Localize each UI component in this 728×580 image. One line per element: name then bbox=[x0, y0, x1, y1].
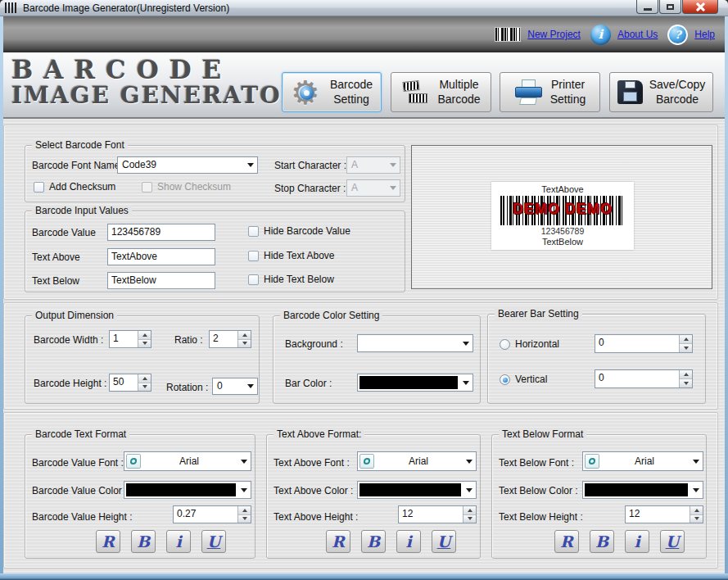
horizontal-radio[interactable] bbox=[500, 339, 510, 350]
title-bar[interactable]: Barcode Image Generator(Unregisterd Vers… bbox=[0, 0, 728, 16]
spin-up-button[interactable] bbox=[138, 331, 151, 339]
format-underline-button[interactable]: U bbox=[432, 530, 456, 553]
text-above-height-spinner[interactable]: 12 bbox=[398, 505, 477, 523]
vertical-bearer-spinner[interactable]: 0 bbox=[595, 369, 693, 388]
barcode-value-font-select[interactable]: Arial bbox=[124, 451, 251, 471]
hide-text-below-checkbox[interactable] bbox=[248, 274, 259, 285]
vertical-radio[interactable] bbox=[500, 374, 510, 385]
text-below-height-spinner[interactable]: 12 bbox=[625, 505, 703, 523]
new-project-label[interactable]: New Project bbox=[527, 29, 581, 40]
preview-text-above: TextAbove bbox=[541, 184, 583, 195]
format-italic-button[interactable]: i bbox=[625, 530, 649, 553]
about-us-label[interactable]: About Us bbox=[617, 29, 658, 40]
format-bold-button[interactable]: B bbox=[361, 530, 386, 553]
hide-barcode-value-checkbox[interactable] bbox=[248, 226, 259, 237]
text-above-height-value[interactable]: 12 bbox=[399, 506, 463, 523]
text-above-font-select[interactable]: Arial bbox=[357, 451, 477, 471]
spin-up-button[interactable] bbox=[680, 370, 692, 378]
barcode-height-value[interactable]: 50 bbox=[110, 374, 138, 391]
barcode-value-font-label: Barcode Value Font : bbox=[32, 457, 124, 469]
spin-down-button[interactable] bbox=[138, 383, 151, 392]
ratio-value[interactable]: 2 bbox=[210, 331, 237, 347]
barcode-font-name-select[interactable]: Code39 bbox=[117, 156, 258, 174]
text-below-format-buttons: R B i U bbox=[554, 530, 685, 553]
format-bold-button[interactable]: B bbox=[131, 530, 156, 553]
input-values-group-title: Barcode Input Values bbox=[32, 205, 132, 216]
text-below-height-value[interactable]: 12 bbox=[626, 506, 690, 523]
show-checksum-label: Show Checksum bbox=[157, 181, 231, 193]
chevron-down-icon[interactable] bbox=[690, 452, 703, 470]
font-preview-icon bbox=[126, 454, 141, 469]
spin-up-button[interactable] bbox=[680, 335, 692, 343]
window-left-border bbox=[0, 16, 3, 580]
spin-down-button[interactable] bbox=[690, 514, 703, 523]
toolbar: New Project i About Us ? Help bbox=[0, 16, 728, 52]
spin-down-button[interactable] bbox=[680, 343, 692, 352]
text-above-color-select[interactable] bbox=[357, 481, 477, 499]
text-above-input[interactable]: TextAbove bbox=[107, 248, 215, 265]
format-underline-button[interactable]: U bbox=[660, 530, 685, 553]
spin-up-button[interactable] bbox=[238, 506, 251, 514]
spin-down-button[interactable] bbox=[463, 514, 476, 523]
horizontal-bearer-value[interactable]: 0 bbox=[595, 335, 679, 352]
text-below-font-select[interactable]: Arial bbox=[582, 451, 703, 471]
start-character-select: A bbox=[346, 156, 400, 174]
barcode-value-height-value[interactable]: 0.27 bbox=[174, 506, 237, 523]
barcode-width-value[interactable]: 1 bbox=[110, 331, 138, 347]
horizontal-bearer-spinner[interactable]: 0 bbox=[595, 334, 693, 353]
multiple-barcode-button[interactable]: Multiple Barcode bbox=[391, 72, 491, 112]
bearer-bar-title: Bearer Bar Setting bbox=[495, 308, 582, 319]
spin-down-button[interactable] bbox=[138, 339, 151, 348]
nav0-line1: Barcode bbox=[330, 78, 373, 93]
demo-watermark: DEMO DEMO bbox=[500, 202, 625, 216]
spin-up-button[interactable] bbox=[238, 331, 251, 339]
chevron-down-icon[interactable] bbox=[237, 482, 251, 498]
format-regular-button[interactable]: R bbox=[554, 530, 579, 553]
format-regular-button[interactable]: R bbox=[96, 530, 120, 553]
rotation-select[interactable]: 0 bbox=[212, 378, 258, 395]
format-italic-button[interactable]: i bbox=[166, 530, 191, 553]
minimize-button[interactable] bbox=[636, 0, 658, 14]
chevron-down-icon[interactable] bbox=[690, 482, 703, 498]
chevron-down-icon[interactable] bbox=[244, 378, 257, 394]
printer-setting-button[interactable]: Printer Setting bbox=[500, 72, 600, 112]
barcode-value-height-spinner[interactable]: 0.27 bbox=[173, 505, 251, 523]
spin-up-button[interactable] bbox=[138, 374, 151, 383]
barcode-width-spinner[interactable]: 1 bbox=[109, 330, 151, 348]
help-label[interactable]: Help bbox=[694, 29, 715, 40]
spin-up-button[interactable] bbox=[690, 506, 703, 514]
chevron-down-icon[interactable] bbox=[244, 157, 257, 173]
chevron-down-icon[interactable] bbox=[237, 452, 251, 470]
add-checksum-checkbox[interactable] bbox=[34, 182, 44, 193]
text-below-color-select[interactable] bbox=[582, 481, 703, 499]
bar-color-select[interactable] bbox=[357, 374, 473, 392]
maximize-button[interactable] bbox=[659, 0, 681, 14]
chevron-down-icon[interactable] bbox=[463, 482, 476, 498]
format-underline-button[interactable]: U bbox=[201, 530, 226, 553]
barcode-value-input[interactable]: 123456789 bbox=[107, 224, 215, 241]
close-button[interactable] bbox=[682, 0, 718, 14]
hide-text-above-checkbox[interactable] bbox=[248, 251, 259, 261]
barcode-height-spinner[interactable]: 50 bbox=[109, 374, 151, 392]
chevron-down-icon[interactable] bbox=[459, 374, 473, 391]
format-italic-button[interactable]: i bbox=[396, 530, 421, 553]
format-regular-button[interactable]: R bbox=[326, 530, 350, 553]
chevron-down-icon[interactable] bbox=[459, 335, 473, 351]
about-us-link[interactable]: i About Us bbox=[590, 25, 658, 45]
spin-down-button[interactable] bbox=[238, 339, 251, 348]
text-below-label: Text Below bbox=[32, 275, 79, 287]
vertical-bearer-value[interactable]: 0 bbox=[595, 370, 679, 387]
barcode-setting-button[interactable]: ⚙ Barcode Setting bbox=[282, 72, 382, 112]
ratio-spinner[interactable]: 2 bbox=[209, 330, 251, 348]
chevron-down-icon[interactable] bbox=[463, 452, 476, 470]
text-below-input[interactable]: TextBelow bbox=[107, 272, 215, 289]
spin-up-button[interactable] bbox=[463, 506, 476, 514]
background-color-select[interactable] bbox=[357, 334, 473, 352]
save-copy-barcode-button[interactable]: Save/Copy Barcode bbox=[609, 72, 713, 112]
spin-down-button[interactable] bbox=[680, 378, 692, 387]
new-project-link[interactable]: New Project bbox=[495, 27, 581, 42]
barcode-value-color-select[interactable] bbox=[124, 481, 251, 499]
spin-down-button[interactable] bbox=[238, 514, 251, 523]
format-bold-button[interactable]: B bbox=[590, 530, 614, 553]
help-link[interactable]: ? Help bbox=[667, 25, 715, 45]
